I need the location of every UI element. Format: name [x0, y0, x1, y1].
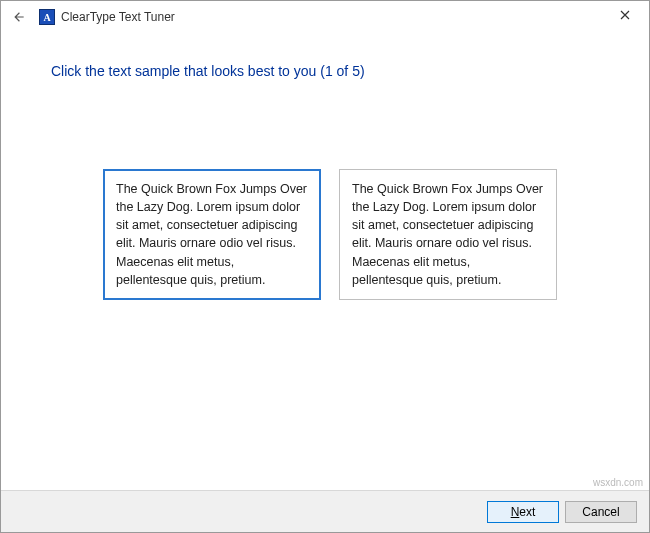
- next-button[interactable]: Next: [487, 501, 559, 523]
- footer-bar: Next Cancel: [1, 490, 649, 532]
- titlebar: A ClearType Text Tuner: [1, 1, 649, 33]
- app-icon: A: [39, 9, 55, 25]
- close-icon: [620, 10, 630, 20]
- cancel-button[interactable]: Cancel: [565, 501, 637, 523]
- sample-container: The Quick Brown Fox Jumps Over the Lazy …: [51, 169, 609, 300]
- text-sample-2[interactable]: The Quick Brown Fox Jumps Over the Lazy …: [339, 169, 557, 300]
- window-title: ClearType Text Tuner: [61, 10, 175, 24]
- content-area: Click the text sample that looks best to…: [1, 33, 649, 490]
- back-arrow-icon: [12, 10, 26, 24]
- back-button[interactable]: [9, 7, 29, 27]
- close-button[interactable]: [605, 3, 645, 27]
- next-label-rest: ext: [519, 505, 535, 519]
- dialog-window: A ClearType Text Tuner Click the text sa…: [0, 0, 650, 533]
- page-heading: Click the text sample that looks best to…: [51, 63, 609, 79]
- text-sample-1[interactable]: The Quick Brown Fox Jumps Over the Lazy …: [103, 169, 321, 300]
